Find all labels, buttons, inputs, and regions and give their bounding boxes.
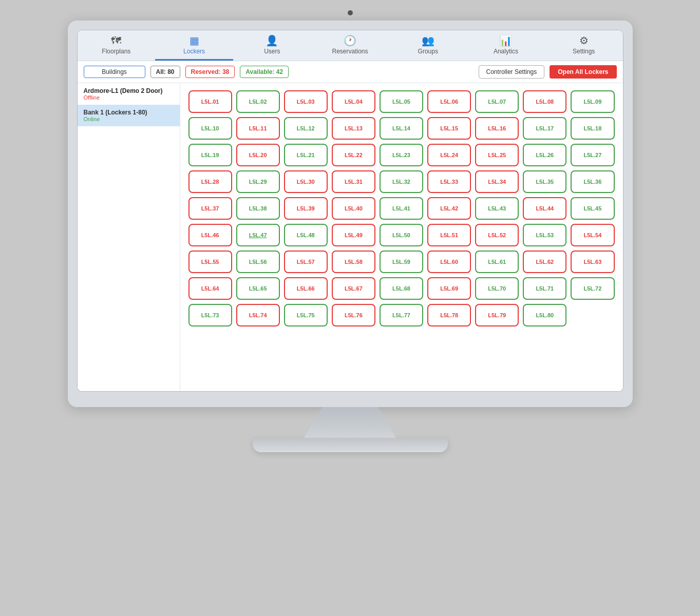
locker-L5L.65[interactable]: L5L.65 (236, 277, 280, 300)
locker-L5L.69[interactable]: L5L.69 (427, 277, 471, 300)
sidebar-ardmore-name: Ardmore-L1 (Demo 2 Door) (84, 87, 174, 94)
locker-L5L.38[interactable]: L5L.38 (236, 197, 280, 220)
locker-L5L.08[interactable]: L5L.08 (523, 90, 566, 113)
locker-L5L.64[interactable]: L5L.64 (188, 277, 232, 300)
locker-L5L.12[interactable]: L5L.12 (284, 117, 328, 140)
locker-L5L.39[interactable]: L5L.39 (284, 197, 328, 220)
locker-L5L.25[interactable]: L5L.25 (475, 144, 519, 166)
locker-L5L.27[interactable]: L5L.27 (571, 144, 614, 166)
locker-L5L.42[interactable]: L5L.42 (427, 197, 471, 220)
available-badge: Available: 42 (240, 66, 289, 78)
locker-L5L.30[interactable]: L5L.30 (284, 170, 328, 193)
locker-L5L.04[interactable]: L5L.04 (332, 90, 375, 113)
monitor-base (253, 438, 448, 452)
locker-L5L.67[interactable]: L5L.67 (332, 277, 375, 300)
locker-L5L.59[interactable]: L5L.59 (380, 251, 423, 273)
locker-L5L.75[interactable]: L5L.75 (284, 304, 328, 326)
users-icon: 👤 (266, 35, 278, 46)
nav-item-analytics[interactable]: 📊 Analytics (467, 30, 545, 61)
locker-L5L.77[interactable]: L5L.77 (380, 304, 423, 326)
locker-L5L.31[interactable]: L5L.31 (332, 170, 375, 193)
locker-L5L.47[interactable]: L5L.47 (236, 224, 280, 246)
nav-item-users[interactable]: 👤 Users (233, 30, 311, 61)
open-all-lockers-button[interactable]: Open All Lockers (550, 65, 616, 79)
locker-L5L.58[interactable]: L5L.58 (332, 251, 375, 273)
locker-L5L.54[interactable]: L5L.54 (571, 224, 614, 246)
locker-L5L.01[interactable]: L5L.01 (188, 90, 232, 113)
locker-L5L.49[interactable]: L5L.49 (332, 224, 375, 246)
locker-L5L.53[interactable]: L5L.53 (523, 224, 566, 246)
locker-L5L.60[interactable]: L5L.60 (427, 251, 471, 273)
locker-L5L.14[interactable]: L5L.14 (380, 117, 423, 140)
locker-L5L.37[interactable]: L5L.37 (188, 197, 232, 220)
locker-L5L.18[interactable]: L5L.18 (571, 117, 614, 140)
locker-L5L.36[interactable]: L5L.36 (571, 170, 614, 193)
nav-item-settings[interactable]: ⚙ Settings (545, 30, 623, 61)
locker-L5L.11[interactable]: L5L.11 (236, 117, 280, 140)
locker-L5L.23[interactable]: L5L.23 (380, 144, 423, 166)
locker-L5L.10[interactable]: L5L.10 (188, 117, 232, 140)
nav-item-reservations[interactable]: 🕐 Reservations (311, 30, 389, 61)
locker-L5L.76[interactable]: L5L.76 (332, 304, 375, 326)
locker-L5L.61[interactable]: L5L.61 (475, 251, 519, 273)
locker-L5L.40[interactable]: L5L.40 (332, 197, 375, 220)
locker-L5L.78[interactable]: L5L.78 (427, 304, 471, 326)
nav-label-lockers: Lockers (183, 48, 205, 55)
locker-L5L.33[interactable]: L5L.33 (427, 170, 471, 193)
nav-label-groups: Groups (418, 48, 438, 55)
locker-L5L.41[interactable]: L5L.41 (380, 197, 423, 220)
nav-label-users: Users (264, 48, 280, 55)
locker-L5L.22[interactable]: L5L.22 (332, 144, 375, 166)
locker-L5L.57[interactable]: L5L.57 (284, 251, 328, 273)
controller-settings-button[interactable]: Controller Settings (479, 65, 545, 79)
locker-L5L.07[interactable]: L5L.07 (475, 90, 519, 113)
locker-L5L.13[interactable]: L5L.13 (332, 117, 375, 140)
locker-L5L.21[interactable]: L5L.21 (284, 144, 328, 166)
locker-L5L.24[interactable]: L5L.24 (427, 144, 471, 166)
sidebar-item-ardmore[interactable]: Ardmore-L1 (Demo 2 Door) Offline (78, 83, 180, 105)
locker-L5L.19[interactable]: L5L.19 (188, 144, 232, 166)
locker-L5L.56[interactable]: L5L.56 (236, 251, 280, 273)
locker-L5L.68[interactable]: L5L.68 (380, 277, 423, 300)
locker-L5L.16[interactable]: L5L.16 (475, 117, 519, 140)
locker-L5L.73[interactable]: L5L.73 (188, 304, 232, 326)
sidebar-item-bank1[interactable]: Bank 1 (Lockers 1-80) Online (78, 105, 180, 126)
locker-L5L.66[interactable]: L5L.66 (284, 277, 328, 300)
locker-L5L.50[interactable]: L5L.50 (380, 224, 423, 246)
locker-L5L.17[interactable]: L5L.17 (523, 117, 566, 140)
locker-L5L.71[interactable]: L5L.71 (523, 277, 566, 300)
nav-item-floorplans[interactable]: 🗺 Floorplans (78, 30, 156, 61)
analytics-icon: 📊 (499, 35, 512, 46)
locker-L5L.32[interactable]: L5L.32 (380, 170, 423, 193)
locker-L5L.26[interactable]: L5L.26 (523, 144, 566, 166)
locker-L5L.52[interactable]: L5L.52 (475, 224, 519, 246)
locker-L5L.72[interactable]: L5L.72 (571, 277, 614, 300)
locker-L5L.02[interactable]: L5L.02 (236, 90, 280, 113)
locker-L5L.44[interactable]: L5L.44 (523, 197, 566, 220)
nav-item-groups[interactable]: 👥 Groups (389, 30, 467, 61)
locker-L5L.55[interactable]: L5L.55 (188, 251, 232, 273)
locker-L5L.48[interactable]: L5L.48 (284, 224, 328, 246)
locker-L5L.20[interactable]: L5L.20 (236, 144, 280, 166)
locker-L5L.15[interactable]: L5L.15 (427, 117, 471, 140)
locker-L5L.43[interactable]: L5L.43 (475, 197, 519, 220)
locker-L5L.62[interactable]: L5L.62 (523, 251, 566, 273)
locker-L5L.46[interactable]: L5L.46 (188, 224, 232, 246)
locker-L5L.28[interactable]: L5L.28 (188, 170, 232, 193)
locker-L5L.74[interactable]: L5L.74 (236, 304, 280, 326)
locker-L5L.80[interactable]: L5L.80 (523, 304, 566, 326)
locker-L5L.29[interactable]: L5L.29 (236, 170, 280, 193)
locker-L5L.45[interactable]: L5L.45 (571, 197, 614, 220)
locker-L5L.51[interactable]: L5L.51 (427, 224, 471, 246)
locker-L5L.34[interactable]: L5L.34 (475, 170, 519, 193)
locker-L5L.70[interactable]: L5L.70 (475, 277, 519, 300)
locker-L5L.63[interactable]: L5L.63 (571, 251, 614, 273)
locker-L5L.06[interactable]: L5L.06 (427, 90, 471, 113)
locker-L5L.05[interactable]: L5L.05 (380, 90, 423, 113)
locker-L5L.03[interactable]: L5L.03 (284, 90, 328, 113)
locker-L5L.09[interactable]: L5L.09 (571, 90, 614, 113)
locker-L5L.35[interactable]: L5L.35 (523, 170, 566, 193)
nav-item-lockers[interactable]: ▦ Lockers (155, 30, 233, 61)
buildings-button[interactable]: Buildings (84, 66, 145, 78)
locker-L5L.79[interactable]: L5L.79 (475, 304, 519, 326)
